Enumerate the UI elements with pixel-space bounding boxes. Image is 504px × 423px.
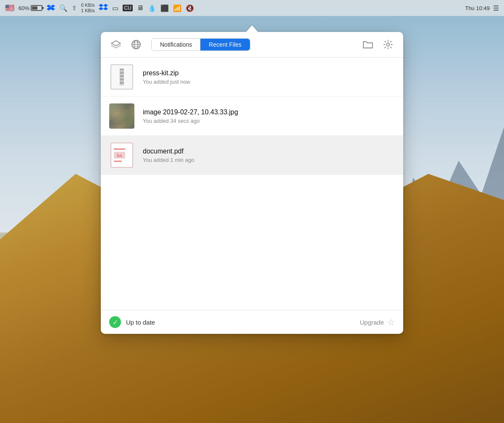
screen-icon[interactable]: ▭ bbox=[112, 4, 118, 12]
upload-speed: 0 KB/s bbox=[81, 3, 94, 8]
upgrade-text[interactable]: Upgrade bbox=[360, 319, 384, 326]
pdf-icon bbox=[110, 143, 133, 168]
layers-icon[interactable] bbox=[109, 38, 123, 51]
download-speed: 1 KB/s bbox=[81, 8, 94, 13]
dropbox-menubar-icon[interactable] bbox=[47, 4, 55, 12]
tab-recent-files[interactable]: Recent Files bbox=[200, 39, 250, 50]
file-thumbnail-pdf bbox=[109, 143, 134, 168]
airplay-icon[interactable]: ⬛ bbox=[160, 4, 169, 12]
file-thumbnail-zip bbox=[109, 64, 134, 90]
wifi-icon[interactable]: 📶 bbox=[173, 4, 181, 12]
zip-icon bbox=[110, 64, 133, 90]
status-right: Upgrade ☆ bbox=[360, 317, 395, 327]
popup-footer: ✓ Up to date Upgrade ☆ bbox=[101, 310, 403, 334]
status-text: Up to date bbox=[126, 319, 155, 326]
file-info-zip: press-kit.zip You added just now bbox=[143, 69, 395, 85]
svg-rect-6 bbox=[115, 153, 123, 158]
clock: Thu 10:49 bbox=[465, 5, 490, 11]
search-menubar-icon[interactable]: 🔍 bbox=[59, 4, 68, 12]
alt-icon[interactable]: ⇧ bbox=[72, 5, 77, 11]
pdf-line-1 bbox=[114, 148, 125, 150]
drop-icon[interactable]: 💧 bbox=[148, 4, 156, 12]
file-name-pdf: document.pdf bbox=[143, 148, 395, 155]
pdf-line-2 bbox=[114, 161, 122, 162]
file-time-image: You added 34 secs ago bbox=[143, 118, 395, 124]
file-item-zip[interactable]: press-kit.zip You added just now bbox=[101, 58, 403, 97]
file-info-image: image 2019-02-27, 10.43.33.jpg You added… bbox=[143, 108, 395, 124]
tab-group: Notifications Recent Files bbox=[151, 38, 250, 51]
zip-zipper bbox=[120, 69, 124, 85]
image-thumbnail-inner bbox=[109, 103, 134, 129]
battery-percent: 60% bbox=[18, 5, 29, 11]
network-stats: 0 KB/s 1 KB/s bbox=[81, 3, 94, 13]
file-name-zip: press-kit.zip bbox=[143, 69, 395, 77]
file-item-pdf[interactable]: document.pdf You added 1 min ago bbox=[101, 136, 403, 175]
settings-icon[interactable] bbox=[381, 38, 395, 51]
popup-header: Notifications Recent Files bbox=[101, 32, 403, 58]
folder-icon[interactable] bbox=[361, 38, 375, 51]
popup-arrow bbox=[246, 25, 258, 32]
status-check-icon: ✓ bbox=[109, 316, 121, 328]
menubar-left: 🇺🇸 60% 🔍 ⇧ 0 KB/s 1 KB/s bbox=[5, 3, 194, 13]
dropbox-active-icon[interactable] bbox=[99, 4, 108, 12]
svg-point-5 bbox=[387, 43, 390, 46]
file-thumbnail-image bbox=[109, 103, 134, 129]
file-info-pdf: document.pdf You added 1 min ago bbox=[143, 148, 395, 163]
file-time-pdf: You added 1 min ago bbox=[143, 157, 395, 163]
cu-icon[interactable]: CU bbox=[123, 5, 132, 11]
monitor-icon[interactable]: 🖥 bbox=[137, 4, 144, 12]
image-thumbnail bbox=[109, 103, 134, 129]
menubar-right: Thu 10:49 ☰ bbox=[465, 4, 499, 12]
volume-icon[interactable]: 🔇 bbox=[186, 4, 194, 12]
battery-bar bbox=[31, 5, 42, 11]
popup-container: Notifications Recent Files bbox=[101, 32, 403, 334]
menubar: 🇺🇸 60% 🔍 ⇧ 0 KB/s 1 KB/s bbox=[0, 0, 504, 16]
file-time-zip: You added just now bbox=[143, 79, 395, 85]
battery-fill bbox=[32, 6, 37, 10]
hamburger-icon[interactable]: ☰ bbox=[493, 4, 499, 12]
status-left: ✓ Up to date bbox=[109, 316, 155, 328]
file-name-image: image 2019-02-27, 10.43.33.jpg bbox=[143, 108, 395, 116]
file-list: press-kit.zip You added just now image 2… bbox=[101, 58, 403, 310]
tab-notifications[interactable]: Notifications bbox=[152, 39, 200, 50]
flag-icon: 🇺🇸 bbox=[5, 3, 14, 13]
battery-container: 60% bbox=[18, 5, 42, 11]
dropbox-popup: Notifications Recent Files bbox=[101, 25, 403, 334]
file-item-image[interactable]: image 2019-02-27, 10.43.33.jpg You added… bbox=[101, 97, 403, 136]
globe-icon[interactable] bbox=[129, 38, 143, 51]
pdf-img-placeholder bbox=[114, 152, 125, 159]
svg-point-8 bbox=[117, 153, 118, 155]
header-right-icons bbox=[361, 38, 395, 51]
star-icon[interactable]: ☆ bbox=[387, 317, 395, 327]
